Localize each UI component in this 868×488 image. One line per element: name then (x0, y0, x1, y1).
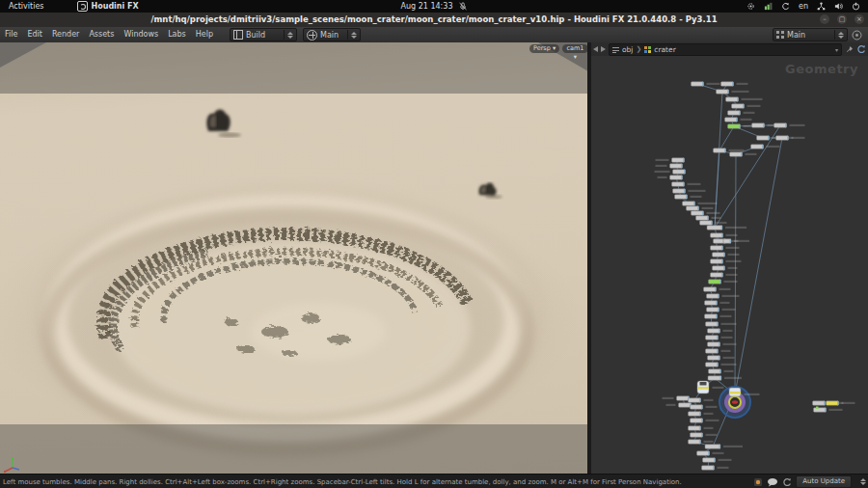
graph-node[interactable] (711, 246, 740, 251)
graph-node[interactable] (705, 301, 730, 306)
graph-node[interactable] (707, 308, 736, 312)
view-type-selector[interactable]: Persp ▾ (529, 44, 559, 53)
path-segment-obj[interactable]: obj (622, 45, 633, 54)
graph-node[interactable] (666, 403, 692, 408)
graph-node[interactable] (656, 158, 685, 163)
graph-node[interactable] (689, 398, 714, 403)
graph-node[interactable] (691, 419, 719, 423)
graph-node[interactable] (696, 216, 721, 221)
graph-node[interactable] (689, 426, 714, 431)
update-mode-spinner[interactable] (857, 477, 866, 487)
graph-node[interactable] (706, 322, 737, 327)
power-icon[interactable] (852, 2, 860, 11)
graph-node[interactable] (708, 356, 735, 361)
radial-menu-icon[interactable] (852, 30, 862, 41)
graph-node[interactable] (672, 182, 701, 187)
network-back-icon[interactable] (593, 46, 598, 52)
desktop-selector[interactable]: Build (230, 28, 297, 41)
graph-node[interactable] (689, 412, 714, 417)
network-path[interactable]: obj ❯ crater ▾ (609, 43, 842, 56)
graph-node[interactable] (725, 118, 752, 122)
graph-node[interactable] (711, 259, 742, 264)
pin-icon[interactable] (845, 45, 854, 54)
interrupt-icon[interactable] (753, 477, 763, 487)
menu-windows[interactable]: Windows (119, 27, 163, 42)
camera-selector[interactable]: cam1 ▾ (562, 44, 588, 53)
graph-node[interactable] (707, 294, 740, 299)
graph-node[interactable] (700, 221, 727, 226)
minimize-button[interactable]: – (820, 14, 829, 24)
menu-labs[interactable]: Labs (163, 27, 191, 42)
graph-node[interactable] (713, 266, 738, 271)
path-dropdown-icon[interactable]: ▾ (835, 46, 838, 53)
graph-node[interactable] (709, 280, 738, 285)
graph-node[interactable] (704, 287, 731, 292)
shelf-selector[interactable]: Main (303, 28, 361, 41)
layout-selector[interactable]: Main (773, 28, 848, 41)
keyboard-layout-indicator[interactable]: en (799, 2, 808, 11)
network-editor[interactable]: Geometry (591, 42, 868, 474)
graph-node[interactable] (708, 376, 742, 381)
graph-node[interactable] (675, 195, 702, 200)
network-forward-icon[interactable] (601, 46, 606, 52)
graph-node[interactable] (728, 124, 753, 129)
graph-node[interactable] (706, 336, 733, 340)
graph-node[interactable] (689, 440, 714, 445)
graph-node[interactable] (709, 369, 734, 374)
graph-node[interactable] (656, 164, 683, 169)
node-graph[interactable] (591, 42, 868, 474)
graph-node[interactable] (730, 152, 757, 157)
volume-icon[interactable] (834, 2, 843, 11)
graph-node[interactable] (702, 466, 729, 471)
graph-node[interactable] (683, 202, 718, 206)
activities-button[interactable]: Activities (0, 0, 53, 13)
graph-node[interactable] (655, 170, 686, 175)
graph-node[interactable] (708, 329, 733, 334)
share-tree-icon[interactable] (817, 2, 826, 11)
settings-gear-icon[interactable] (746, 2, 755, 11)
graph-node[interactable] (687, 206, 714, 211)
graph-node[interactable] (706, 349, 731, 354)
graph-node[interactable] (705, 445, 743, 449)
graph-node[interactable] (658, 176, 683, 180)
desktop-spinner[interactable] (284, 30, 293, 40)
graph-node[interactable] (705, 314, 732, 319)
graph-node[interactable] (774, 123, 805, 128)
menu-assets[interactable]: Assets (84, 27, 119, 42)
recook-icon[interactable] (856, 44, 866, 54)
graph-node[interactable] (732, 104, 761, 109)
shelf-spinner[interactable] (347, 30, 357, 40)
graph-node[interactable] (697, 451, 724, 456)
graph-node[interactable] (723, 239, 749, 244)
graph-node[interactable] (707, 226, 746, 230)
message-log-icon[interactable] (767, 477, 778, 487)
window-title-bar[interactable]: /mnt/hq/projects/dmitriiv3/sample_scenes… (0, 13, 868, 28)
refresh-icon[interactable] (782, 477, 792, 487)
menu-render[interactable]: Render (47, 27, 84, 42)
graph-node[interactable] (703, 458, 732, 463)
sync-indicator-icon[interactable] (781, 2, 790, 11)
graph-node[interactable] (721, 82, 748, 87)
layout-spinner[interactable] (834, 30, 844, 40)
maximize-button[interactable]: ▢ (837, 14, 847, 24)
app-menu[interactable]: Houdini FX (68, 0, 148, 13)
update-mode-selector[interactable]: Auto Update (796, 475, 852, 488)
path-segment-crater[interactable]: crater (654, 45, 832, 54)
graph-node[interactable] (717, 90, 749, 95)
graph-node[interactable] (708, 342, 737, 347)
menu-file[interactable]: File (0, 27, 22, 42)
graph-node[interactable] (719, 387, 760, 418)
graph-node[interactable] (711, 273, 738, 278)
menu-help[interactable]: Help (191, 27, 218, 42)
network-status-icon[interactable] (764, 2, 773, 11)
graph-node[interactable] (711, 233, 738, 238)
graph-node[interactable] (726, 97, 763, 102)
graph-node[interactable] (663, 396, 690, 401)
graph-node[interactable] (691, 433, 718, 438)
clock[interactable]: Aug 21 14:33 (401, 2, 468, 11)
scene-viewport[interactable]: Persp ▾ cam1 ▾ (0, 42, 588, 474)
graph-node[interactable] (692, 82, 720, 87)
graph-node[interactable] (673, 189, 706, 194)
graph-node[interactable] (691, 405, 718, 410)
close-button[interactable]: × (854, 14, 864, 24)
